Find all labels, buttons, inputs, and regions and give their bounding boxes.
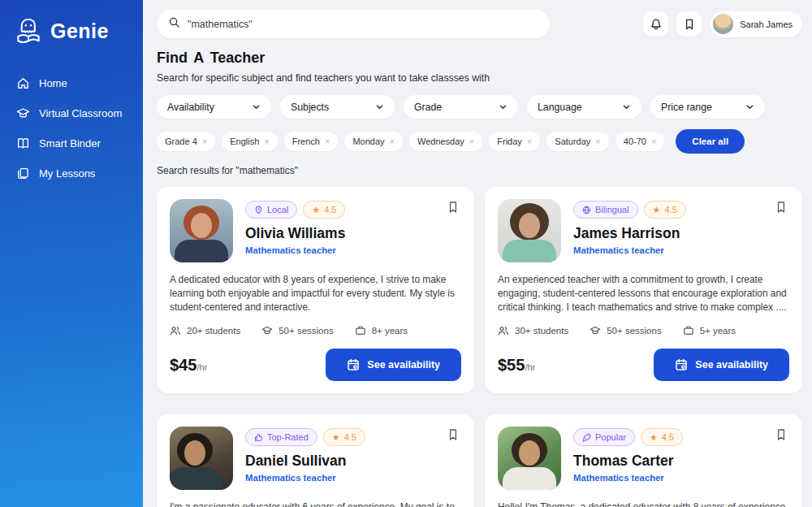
filter-chip[interactable]: 40-70 × <box>615 132 665 151</box>
bookmark-teacher-button[interactable] <box>773 199 789 218</box>
teacher-tag-label: Popular <box>595 432 626 442</box>
see-availability-label: See availability <box>367 359 440 370</box>
price-amount: $45 <box>170 356 197 374</box>
remove-chip-icon[interactable]: × <box>651 136 656 146</box>
star-icon: ★ <box>312 205 320 215</box>
star-icon: ★ <box>650 432 658 443</box>
teacher-tag-badge: Local <box>245 201 297 219</box>
bookmark-teacher-button[interactable] <box>445 199 461 218</box>
teacher-name: Thomas Carter <box>573 453 773 470</box>
app-logo: Genie <box>0 11 143 47</box>
thumbsup-icon <box>254 433 263 442</box>
sessions-count: 50+ sessions <box>279 326 333 336</box>
filter-chip[interactable]: English × <box>222 132 278 151</box>
filter-dropdown-label: Language <box>538 102 582 113</box>
filter-chip-label: 40-70 <box>624 136 646 146</box>
filter-chip-label: Wednesday <box>417 136 464 146</box>
teacher-stats: 30+ students 50+ sessions 5+ years <box>498 325 789 336</box>
search-icon <box>168 16 180 32</box>
sidebar-item-label: Virtual Classroom <box>39 107 122 119</box>
search-input[interactable] <box>188 19 538 30</box>
bookmark-icon <box>683 18 696 31</box>
sidebar-item-label: Smart Binder <box>39 137 101 150</box>
filter-chip[interactable]: Saturday × <box>546 132 608 151</box>
page-title: Find A Teacher <box>157 50 802 67</box>
remove-chip-icon[interactable]: × <box>202 136 207 146</box>
remove-chip-icon[interactable]: × <box>390 136 395 146</box>
chevron-down-icon <box>745 102 754 111</box>
teacher-bio: Hello! I'm Thomas, a dedicated educator … <box>498 500 789 507</box>
filter-chip[interactable]: Monday × <box>344 132 403 151</box>
remove-chip-icon[interactable]: × <box>595 136 600 146</box>
teacher-photo <box>170 427 233 490</box>
teacher-tag-badge: Top-Rated <box>245 428 317 446</box>
sessions-icon <box>261 325 273 336</box>
remove-chip-icon[interactable]: × <box>527 136 532 146</box>
years-count: 5+ years <box>700 326 736 336</box>
remove-chip-icon[interactable]: × <box>469 136 474 146</box>
teacher-role: Mathematics teacher <box>245 473 445 483</box>
filter-chip[interactable]: Wednesday × <box>409 132 482 151</box>
bookmark-teacher-button[interactable] <box>773 427 789 445</box>
sidebar-item[interactable]: Virtual Classroom <box>0 98 143 128</box>
sidebar-item[interactable]: Home <box>0 68 143 98</box>
price-unit: /hr <box>525 362 535 372</box>
rocket-icon <box>582 433 591 442</box>
teacher-tag-label: Top-Rated <box>267 432 309 442</box>
filter-dropdown[interactable]: Availability <box>157 95 271 119</box>
filter-chips: Grade 4 × English × French × Monday <box>157 132 664 151</box>
remove-chip-icon[interactable]: × <box>264 136 269 146</box>
see-availability-button[interactable]: See availability <box>654 349 789 381</box>
app-name: Genie <box>50 20 109 43</box>
rating-badge: ★ 4.5 <box>644 201 686 219</box>
page-subtitle: Search for specific subject and find tea… <box>157 72 802 84</box>
filter-dropdown-label: Availability <box>167 102 214 113</box>
search-bar[interactable] <box>157 10 550 38</box>
teacher-card: Local ★ 4.5 Olivia Williams Mathematics … <box>157 187 474 393</box>
teacher-role: Mathematics teacher <box>573 245 773 255</box>
genie-logo-icon <box>13 15 44 47</box>
sidebar-item[interactable]: My Lessons <box>0 158 143 188</box>
clear-all-button[interactable]: Clear all <box>676 129 745 154</box>
bookmark-teacher-button[interactable] <box>445 427 461 445</box>
sidebar-item[interactable]: Smart Binder <box>0 128 143 158</box>
card-footer: $55/hr See availability <box>498 349 789 381</box>
see-availability-label: See availability <box>695 359 768 370</box>
bookmark-icon <box>775 428 788 441</box>
filter-dropdown-label: Subjects <box>291 102 329 113</box>
price: $55/hr <box>498 356 535 375</box>
students-icon <box>170 325 181 336</box>
see-availability-button[interactable]: See availability <box>326 349 461 381</box>
sidebar-item-label: My Lessons <box>39 167 95 180</box>
teacher-tag-label: Local <box>267 205 288 214</box>
filter-chip-label: Saturday <box>555 136 590 146</box>
filter-dropdown[interactable]: Language <box>527 95 641 119</box>
filter-chip[interactable]: Friday × <box>489 132 540 151</box>
teacher-tag-badge: Popular <box>573 428 635 446</box>
price-unit: /hr <box>197 362 207 372</box>
filter-dropdown[interactable]: Grade <box>404 95 518 119</box>
rating-value: 4.5 <box>344 432 356 442</box>
remove-chip-icon[interactable]: × <box>325 136 330 146</box>
filter-dropdown[interactable]: Subjects <box>280 95 395 119</box>
filter-dropdown[interactable]: Price range <box>650 95 765 119</box>
chevron-down-icon <box>499 102 508 111</box>
filter-chip[interactable]: Grade 4 × <box>157 132 215 151</box>
bookmarks-button[interactable] <box>676 11 702 37</box>
user-menu[interactable]: Sarah James <box>710 11 802 37</box>
active-filters-row: Grade 4 × English × French × Monday <box>157 129 802 154</box>
teacher-card: Top-Rated ★ 4.5 Daniel Sullivan Mathemat… <box>157 414 474 507</box>
rating-value: 4.5 <box>662 432 674 442</box>
teacher-photo <box>170 199 233 262</box>
filter-chip[interactable]: French × <box>284 132 339 151</box>
rating-value: 4.5 <box>324 205 336 214</box>
topbar-actions: Sarah James <box>643 11 802 37</box>
star-icon: ★ <box>653 205 661 215</box>
sessions-count: 50+ sessions <box>607 326 661 336</box>
teacher-tag-badge: Bilingual <box>573 201 638 219</box>
students-count: 20+ students <box>187 326 240 336</box>
notifications-button[interactable] <box>643 11 668 37</box>
students-count: 30+ students <box>515 326 568 336</box>
bookmark-icon <box>447 428 460 441</box>
teacher-card: Popular ★ 4.5 Thomas Carter Mathematics … <box>485 414 802 507</box>
